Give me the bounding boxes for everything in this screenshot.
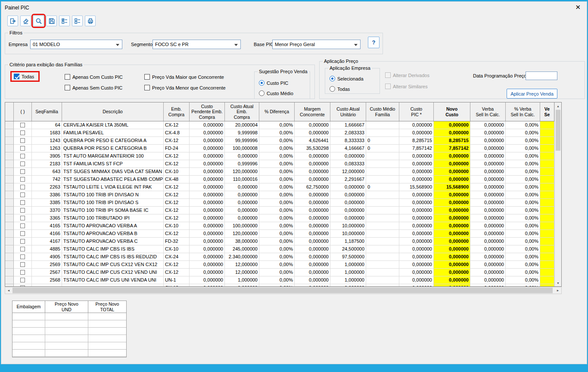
row-checkbox[interactable] xyxy=(20,223,25,228)
table-row[interactable]: 4885TSTAUTO CALC IMP CBS IS IBSCX-100,00… xyxy=(5,245,554,253)
table-row[interactable]: 1683FAMILIA PESAVELCX-4.80,0000009,99999… xyxy=(5,129,554,137)
todas-checkbox[interactable]: Todas xyxy=(14,74,34,79)
custo-pic-radio[interactable]: Custo PIC xyxy=(259,80,288,86)
column-header[interactable]: Custo PIC * xyxy=(399,102,434,121)
selecionada-radio[interactable]: Selecionada xyxy=(330,76,364,81)
column-header[interactable]: Margem Concorrente xyxy=(295,102,330,121)
table-row[interactable]: 3386TSTAUTO 100 TRIB IPI DIVISAO NCX-120… xyxy=(5,191,554,199)
table-row[interactable]: 64CERVEJA KAISER LTA 350MLCX-120,0000002… xyxy=(5,121,554,129)
empresa-select[interactable]: 01 MODELO xyxy=(30,40,122,49)
column-header[interactable]: % Verba Sell In Calc. xyxy=(506,102,540,121)
table-row[interactable]: 2569TSTAUTO CALC IMP CUS CX12 VEN CX12CX… xyxy=(5,261,554,269)
grid-cell: 0,000000 xyxy=(295,129,330,137)
mark-all-button[interactable] xyxy=(59,16,70,26)
data-programacao-input[interactable] xyxy=(526,71,557,80)
column-header[interactable]: Custo Pendente Emb. Compra xyxy=(190,102,225,121)
grid-cell: 4905 xyxy=(32,253,62,261)
table-row[interactable]: 3365TSTAUTO 100 TRIBUTADO IPICX-120,0000… xyxy=(5,214,554,222)
save-button[interactable] xyxy=(46,16,57,26)
column-header[interactable]: Novo Custo xyxy=(434,102,470,121)
row-checkbox[interactable] xyxy=(20,185,25,189)
row-checkbox[interactable] xyxy=(20,231,25,236)
row-checkbox[interactable] xyxy=(20,146,25,151)
grid-cell: 0,00% xyxy=(259,245,295,253)
column-header[interactable]: Custo Atual Unitário xyxy=(330,102,366,121)
row-checkbox[interactable] xyxy=(20,200,25,205)
table-row[interactable]: 4165TSTAUTO APROVACAO VERBA ACX-100,0000… xyxy=(5,222,554,230)
segmento-select[interactable]: FOCO SC e PR xyxy=(152,40,241,49)
table-row[interactable]: 4167TSTAUTO APROVACAO VERBA CFD-320,0000… xyxy=(5,238,554,245)
table-row[interactable]: 4166TSTAUTO APROVACAO VERBA BCX-120,0000… xyxy=(5,230,554,238)
column-header[interactable]: % Diferença xyxy=(259,102,295,121)
apenas-com-custo-pic-checkbox[interactable]: Apenas Com Custo PIC xyxy=(65,74,123,80)
todas-empresa-radio[interactable]: Todas xyxy=(330,86,350,92)
custo-medio-radio[interactable]: Custo Médio xyxy=(259,90,293,96)
scroll-left-icon[interactable]: ◄ xyxy=(5,289,12,292)
vertical-scrollbar[interactable]: ▲ ▼ xyxy=(554,102,561,286)
table-row[interactable]: 643TST SUGES MINMAX DIAS VDA CAT SEMANCX… xyxy=(5,168,554,176)
column-header[interactable]: Ve Se xyxy=(540,102,554,121)
column-header[interactable]: Descrição xyxy=(62,102,164,121)
row-checkbox[interactable] xyxy=(20,177,25,182)
row-checkbox[interactable] xyxy=(20,138,25,143)
table-row[interactable]: 3370TSTAUTO 100 TRIB IPI SOMA BASE ICCX-… xyxy=(5,207,554,214)
grid-cell: 0,000000 xyxy=(190,245,225,253)
grid-cell: 0,000000 xyxy=(295,160,330,168)
row-checkbox[interactable] xyxy=(20,208,25,213)
row-checkbox[interactable] xyxy=(20,239,25,244)
vertical-scroll-thumb[interactable] xyxy=(556,110,560,151)
table-row[interactable]: 1263QUEBRA POR PESO E CATEGORIA BFD-240,… xyxy=(5,145,554,152)
scroll-right-icon[interactable]: ► xyxy=(554,289,561,292)
row-checkbox[interactable] xyxy=(20,247,25,251)
row-checkbox[interactable] xyxy=(20,192,25,197)
table-row[interactable]: 1243QUEBRA POR PESO E CATEGORIA ACX-120,… xyxy=(5,137,554,145)
row-checkbox[interactable] xyxy=(20,216,25,220)
clear-button[interactable] xyxy=(20,16,31,26)
row-checkbox[interactable] xyxy=(20,278,25,282)
preco-menor-checkbox[interactable]: Preço Vda Menor que Concorrente xyxy=(144,85,226,90)
close-button[interactable]: ✕ xyxy=(575,3,581,11)
grid-cell xyxy=(14,199,32,207)
row-checkbox[interactable] xyxy=(20,123,25,127)
row-checkbox[interactable] xyxy=(20,130,25,135)
column-header[interactable]: Custo Médio Família xyxy=(366,102,399,121)
column-header[interactable] xyxy=(5,102,14,121)
column-header[interactable]: Emb. Compra xyxy=(164,102,190,121)
row-checkbox[interactable] xyxy=(20,154,25,158)
base-pic-select[interactable]: Menor Preço Geral xyxy=(272,40,361,49)
grid-cell xyxy=(14,230,32,238)
horizontal-scrollbar[interactable]: ◄ ► xyxy=(5,287,562,294)
column-header[interactable]: Verba Sell In Calc. xyxy=(470,102,506,121)
unmark-all-button[interactable] xyxy=(72,16,83,26)
scroll-down-icon[interactable]: ▼ xyxy=(555,279,561,286)
save-icon xyxy=(48,18,55,25)
table-row[interactable]: 2263TSTAUTO LEITE L VIDA ELEGE INT PAKCX… xyxy=(5,183,554,191)
row-checkbox[interactable] xyxy=(20,285,25,286)
embalagem-cell xyxy=(45,342,88,350)
column-header[interactable]: SeqFamilia xyxy=(32,102,62,121)
search-button[interactable] xyxy=(33,16,44,26)
print-button[interactable] xyxy=(85,16,96,26)
help-button[interactable]: ? xyxy=(368,37,380,48)
export-button[interactable] xyxy=(7,16,18,26)
apenas-sem-custo-pic-checkbox[interactable]: Apenas Sem Custo PIC xyxy=(65,85,122,90)
row-checkbox[interactable] xyxy=(20,270,25,275)
table-row[interactable]: 3385TSTAUTO 100 TRIB IPI DIVISAO SCX-120… xyxy=(5,199,554,207)
column-header[interactable]: ( ) xyxy=(14,102,32,121)
table-row[interactable]: CX-120,0000000,0000000,00%0,0000000,0000… xyxy=(5,284,554,286)
table-row[interactable]: 2183TST FAMILIA ICMS ST FCPCX-120,000000… xyxy=(5,160,554,168)
table-row[interactable]: 3905TST AUTO MARGEM ANTERIOR 100CX-120,0… xyxy=(5,152,554,160)
table-row[interactable]: 2568TSTAUTO CALC IMP CUS UNI VENDA UNIUN… xyxy=(5,276,554,284)
row-checkbox[interactable] xyxy=(20,254,25,259)
scroll-up-icon[interactable]: ▲ xyxy=(555,102,561,109)
aplicar-preco-venda-button[interactable]: Aplicar Preço Venda xyxy=(507,89,557,99)
table-row[interactable]: 742TST SUGESTAO ABASTEC PELA EMB COMPCX-… xyxy=(5,176,554,183)
table-row[interactable]: 4905TSTAUTO CALC IMP CBS IS IBS REDUZIDC… xyxy=(5,253,554,261)
horizontal-scroll-thumb[interactable] xyxy=(12,288,553,293)
row-checkbox[interactable] xyxy=(20,161,25,166)
preco-maior-checkbox[interactable]: Preço Vda Maior que Concorrente xyxy=(144,74,224,80)
table-row[interactable]: 2567TSTAUTO CALC IMP CUS CX12 VEND UNICX… xyxy=(5,269,554,276)
column-header[interactable]: Custo Atual Emb. Compra xyxy=(225,102,259,121)
row-checkbox[interactable] xyxy=(20,262,25,267)
row-checkbox[interactable] xyxy=(20,169,25,174)
